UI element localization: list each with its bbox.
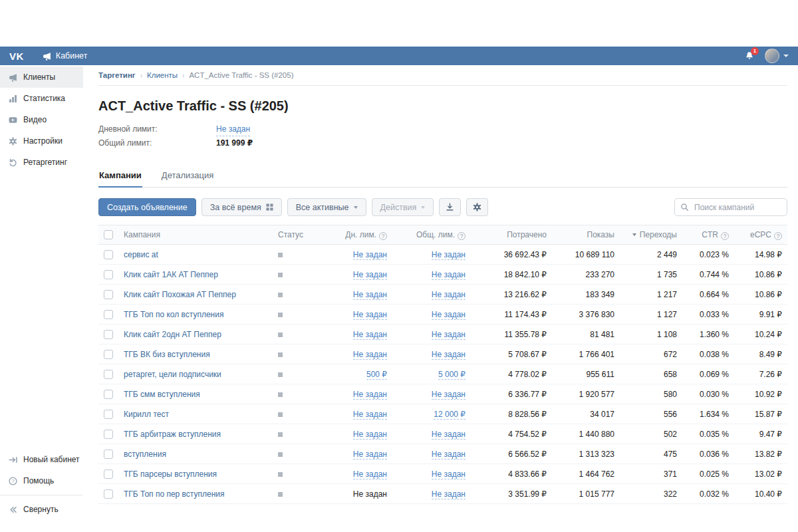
sidebar-item-settings[interactable]: Настройки [0, 130, 83, 152]
table-settings-button[interactable] [466, 198, 488, 216]
sidebar-item-new-cabinet[interactable]: Новый кабинет [0, 449, 83, 470]
column-header-ecpc[interactable]: eCPC [734, 225, 787, 245]
campaign-link[interactable]: сервис at [124, 250, 158, 259]
tab-campaigns[interactable]: Кампании [98, 164, 142, 187]
column-label: eCPC [750, 230, 771, 239]
row-checkbox[interactable] [104, 330, 113, 339]
daily-limit-link[interactable]: Не задан [353, 450, 387, 460]
help-icon[interactable] [721, 232, 729, 240]
total-limit-link[interactable]: Не задан [432, 430, 466, 440]
campaign-link[interactable]: ТГБ Топ по кол вступления [124, 310, 223, 319]
column-header-status[interactable]: Статус [273, 225, 326, 245]
total-limit-link[interactable]: Не задан [432, 290, 466, 300]
sidebar-item-video[interactable]: Видео [0, 109, 83, 130]
campaign-link[interactable]: ТГБ ВК биз вступления [124, 350, 210, 359]
total-limit-link[interactable]: Не задан [432, 469, 466, 479]
status-stopped-icon [278, 273, 283, 277]
daily-limit-link[interactable]: Не задан [353, 350, 387, 360]
row-checkbox[interactable] [104, 410, 113, 419]
row-select-cell [98, 404, 118, 424]
total-limit-link[interactable]: Не задан [432, 310, 466, 320]
sidebar-item-help[interactable]: ?Помощь [0, 470, 83, 491]
campaign-link[interactable]: Клик сайт Похожая АТ Пеппер [124, 290, 236, 299]
sidebar-item-clients[interactable]: Клиенты [0, 66, 83, 88]
limit-value[interactable]: Не задан [216, 122, 250, 136]
daily-limit-link[interactable]: 500 ₽ [366, 370, 387, 380]
cabinet-nav[interactable]: Кабинет [43, 51, 88, 61]
select-all-checkbox[interactable] [104, 230, 113, 239]
column-header-total_limit[interactable]: Общ. лим. [392, 225, 471, 245]
search-input[interactable] [693, 202, 781, 213]
total-limit-link[interactable]: 5 000 ₽ [438, 370, 466, 380]
total-limit-link[interactable]: Не задан [432, 489, 466, 499]
breadcrumb-item[interactable]: Клиенты [147, 71, 178, 79]
campaign-link[interactable]: Клик сайт 2одн АТ Пеппер [124, 330, 221, 339]
question-icon: ? [9, 477, 17, 485]
total-limit-link[interactable]: 12 000 ₽ [434, 410, 466, 420]
daily-limit-link[interactable]: Не задан [353, 290, 387, 300]
row-checkbox[interactable] [104, 469, 113, 479]
campaign-link[interactable]: ТГБ арбитраж вступления [124, 430, 221, 439]
total-limit-link[interactable]: Не задан [432, 250, 466, 260]
column-header-impressions[interactable]: Показы [552, 225, 620, 245]
campaign-cell: ТГБ парсеры вступления [118, 464, 273, 484]
row-checkbox[interactable] [104, 350, 113, 359]
daily-limit-link[interactable]: Не задан [353, 310, 387, 320]
profile-menu[interactable] [765, 49, 789, 63]
create-ad-button[interactable]: Создать объявление [98, 198, 196, 216]
total-limit-cell: Не задан [392, 424, 471, 444]
export-button[interactable] [439, 198, 461, 216]
row-checkbox[interactable] [104, 489, 113, 499]
total-limit-link[interactable]: Не задан [432, 330, 466, 340]
campaign-link[interactable]: Клик сайт 1АК АТ Пеппер [124, 270, 218, 279]
vk-logo[interactable]: VK [9, 51, 24, 62]
help-icon[interactable] [379, 232, 387, 240]
help-icon[interactable] [774, 232, 782, 240]
row-checkbox[interactable] [104, 250, 113, 259]
total-limit-cell: 5 000 ₽ [392, 364, 471, 384]
row-checkbox[interactable] [104, 290, 113, 299]
sidebar-item-retargeting[interactable]: Ретаргетинг [0, 152, 83, 173]
row-checkbox[interactable] [104, 270, 113, 279]
total-limit-link[interactable]: Не задан [432, 390, 466, 400]
daily-limit-link[interactable]: Не задан [353, 430, 387, 440]
column-header-ctr[interactable]: CTR [682, 225, 734, 245]
actions-dropdown[interactable]: Действия [372, 198, 434, 216]
column-header-campaign[interactable]: Кампания [118, 225, 273, 245]
daily-limit-link[interactable]: Не задан [353, 469, 387, 479]
row-checkbox[interactable] [104, 450, 113, 459]
daily-limit-link[interactable]: Не задан [353, 270, 387, 280]
breadcrumb: Таргетинг›Клиенты›ACT_Active Traffic - S… [98, 65, 787, 86]
status-filter-dropdown[interactable]: Все активные [287, 198, 366, 216]
row-checkbox[interactable] [104, 390, 113, 399]
sidebar-item-statistics[interactable]: Статистика [0, 88, 83, 109]
daily-limit-link[interactable]: Не задан [353, 410, 387, 420]
row-checkbox[interactable] [104, 430, 113, 439]
column-header-spent[interactable]: Потрачено [471, 225, 552, 245]
impressions-cell: 1 440 880 [552, 424, 620, 444]
period-button[interactable]: За всё время [201, 198, 282, 216]
campaign-link[interactable]: ТГБ Топ по пер вступления [124, 489, 225, 499]
campaign-link[interactable]: вступления [124, 450, 166, 459]
campaign-link[interactable]: ТГБ парсеры вступления [124, 469, 217, 479]
row-checkbox[interactable] [104, 370, 113, 379]
breadcrumb-item[interactable]: Таргетинг [98, 71, 136, 79]
campaign-link[interactable]: Кирилл тест [124, 410, 169, 419]
total-limit-link[interactable]: Не задан [432, 450, 466, 460]
column-header-daily_limit[interactable]: Дн. лим. [326, 225, 392, 245]
status-cell [273, 424, 326, 444]
campaign-link[interactable]: ретаргет, цели подписчики [124, 370, 221, 379]
help-icon[interactable] [458, 232, 466, 240]
daily-limit-link[interactable]: Не задан [353, 330, 387, 340]
notifications-button[interactable]: 1 [745, 51, 754, 61]
total-limit-link[interactable]: Не задан [432, 350, 466, 360]
column-header-clicks[interactable]: Переходы [620, 225, 682, 245]
sidebar-item-collapse[interactable]: Свернуть [0, 499, 83, 520]
row-checkbox[interactable] [104, 310, 113, 319]
campaign-cell: Клик сайт Похожая АТ Пеппер [118, 285, 273, 305]
daily-limit-link[interactable]: Не задан [353, 250, 387, 260]
total-limit-link[interactable]: Не задан [432, 270, 466, 280]
tab-details[interactable]: Детализация [161, 164, 214, 187]
campaign-link[interactable]: ТГБ смм вступления [124, 390, 200, 399]
daily-limit-link[interactable]: Не задан [353, 390, 387, 400]
